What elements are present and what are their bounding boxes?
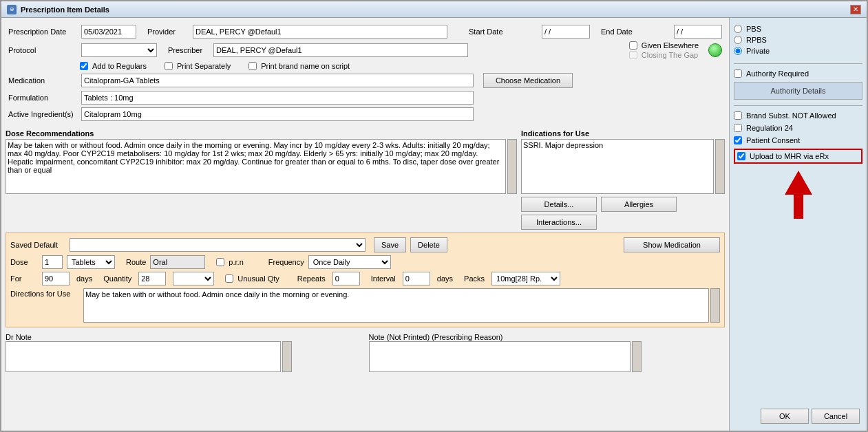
private-radio[interactable] [734,47,742,55]
active-ingredient-label: Active Ingredient(s) [8,110,77,118]
print-brand-label: Print brand name on script [248,62,350,70]
separator-1 [734,63,862,64]
indications-textarea[interactable]: SSRI. Major depression [521,139,714,194]
recommendations-title: Dose Recommendations [6,129,517,138]
days-label: days [76,274,92,283]
pbs-section: PBS RPBS Private [734,22,862,58]
recommendations-box: Dose Recommendations May be taken with o… [6,129,517,230]
saved-default-select[interactable] [70,238,366,252]
close-button[interactable]: ✕ [850,5,861,14]
medication-input[interactable] [81,74,474,87]
prn-checkbox[interactable] [216,258,224,266]
closing-gap-label: Closing The Gap [629,51,699,59]
prescription-row: Prescription Date Provider Start Date En… [8,25,722,39]
active-ingredient-input[interactable] [81,107,474,121]
protocol-select[interactable] [81,43,157,57]
quantity-input[interactable] [138,272,166,285]
dose-unit-select[interactable]: Tablets [67,255,115,269]
packs-select[interactable]: 10mg[28] Rp. [491,272,560,285]
dr-note-section: Dr Note [6,333,362,372]
content-area: Prescription Date Provider Start Date En… [1,18,867,431]
quantity-unit-select[interactable] [173,272,214,285]
note-textarea[interactable] [369,341,631,372]
rec-scroll[interactable] [507,139,517,194]
start-date-label: Start Date [469,28,538,36]
closing-gap-checkbox[interactable] [629,51,637,59]
provider-label: Provider [147,28,189,36]
directions-scroll[interactable] [710,288,720,323]
green-indicator [708,43,722,57]
protocol-row: Protocol Prescriber Given Elsewhere Clos… [8,41,722,59]
show-medication-button[interactable]: Show Medication [624,237,720,252]
unusual-qty-checkbox[interactable] [225,274,233,283]
main-area: Prescription Date Provider Start Date En… [1,18,729,431]
add-to-regulars-checkbox[interactable] [80,62,88,70]
dr-note-scroll[interactable] [282,341,292,372]
route-label: Route [126,258,146,266]
authority-details-button[interactable]: Authority Details [734,82,862,100]
interactions-button[interactable]: Interactions... [521,215,597,230]
brand-subst-checkbox[interactable] [734,111,742,120]
for-label: For [10,274,38,283]
repeats-input[interactable] [332,272,360,285]
frequency-select[interactable]: Once Daily [308,255,391,269]
choose-medication-button[interactable]: Choose Medication [483,73,573,88]
end-date-input[interactable] [674,25,722,39]
interval-input[interactable] [403,272,430,285]
dr-note-textarea[interactable] [6,341,281,372]
dose-input[interactable] [42,255,63,269]
interval-days-label: days [437,274,453,283]
footer-row: Dr Note Note (Not Printed) (Prescribing … [6,333,725,372]
brand-subst-label: Brand Subst. NOT Allowed [734,111,862,120]
prn-label: p.r.n [216,258,243,266]
ok-button[interactable]: OK [761,409,809,424]
prescriber-input[interactable] [213,43,468,57]
dose-label: Dose [10,258,38,266]
window-icon: ⊕ [7,5,17,14]
ok-cancel-buttons: OK Cancel [734,406,862,426]
given-elsewhere-checkbox[interactable] [629,41,637,50]
details-button[interactable]: Details... [521,197,597,212]
interval-label: Interval [371,274,396,283]
recommendations-content: May be taken with or without food. Admin… [6,139,517,194]
rpbs-radio[interactable] [734,36,742,44]
regulation-24-checkbox[interactable] [734,124,742,132]
authority-required-checkbox[interactable] [734,69,742,78]
route-input[interactable] [150,255,205,269]
medication-label: Medication [8,76,77,85]
note-scroll[interactable] [632,341,642,372]
directions-content: May be taken with or without food. Admin… [83,288,720,323]
cancel-button[interactable]: Cancel [812,409,860,424]
upload-mhr-checkbox[interactable] [737,152,745,160]
patient-consent-checkbox[interactable] [734,136,742,144]
formulation-input[interactable] [81,91,474,105]
checkboxes-right: Given Elsewhere Closing The Gap [629,41,699,59]
for-input[interactable] [42,272,70,285]
dr-note-content [6,341,362,372]
directions-label: Directions for Use [10,288,79,298]
svg-marker-0 [785,171,812,219]
red-arrow-icon [778,171,819,219]
upload-mhr-label: Upload to MHR via eRx [737,152,829,160]
ind-scroll[interactable] [715,139,725,194]
delete-button[interactable]: Delete [410,237,447,252]
start-date-input[interactable] [542,25,590,39]
print-brand-checkbox[interactable] [248,62,257,70]
rpbs-radio-label: RPBS [734,36,862,44]
pbs-radio[interactable] [734,25,742,33]
print-separately-checkbox[interactable] [165,62,173,70]
rec-scrollbar [507,139,517,194]
save-button[interactable]: Save [374,237,406,252]
frequency-label: Frequency [268,258,304,266]
provider-input[interactable] [193,25,447,39]
directions-textarea[interactable]: May be taken with or without food. Admin… [83,288,709,323]
prescription-date-input[interactable] [81,25,136,39]
quantity-label: Quantity [103,274,131,283]
medication-row: Medication Choose Medication [8,73,722,88]
recommendations-textarea[interactable]: May be taken with or without food. Admin… [6,139,506,194]
allergies-button[interactable]: Allergies [601,197,677,212]
print-separately-label: Print Separately [165,62,231,70]
separator-2 [734,105,862,106]
window-title: Prescription Item Details [21,6,109,14]
dr-note-label: Dr Note [6,333,362,341]
